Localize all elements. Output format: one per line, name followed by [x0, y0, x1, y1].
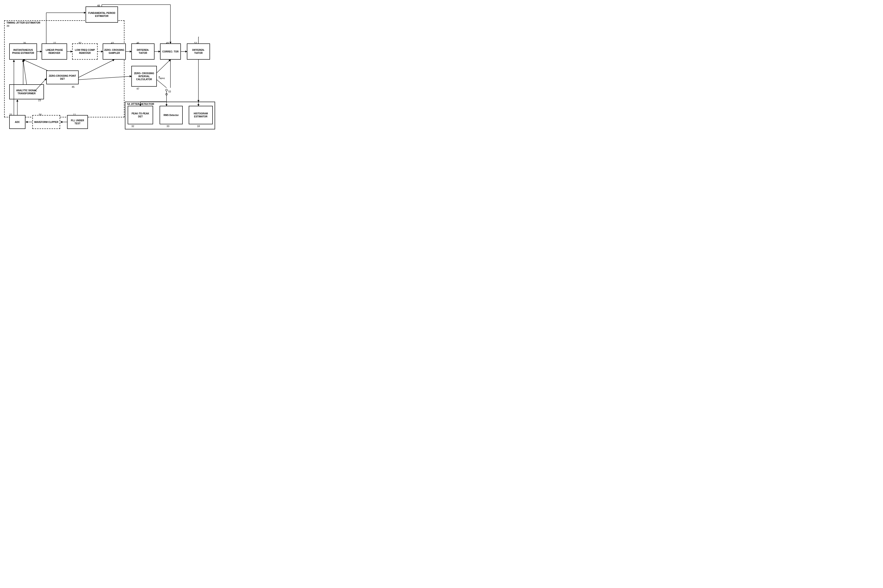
differentiator1-ref: 46	[137, 42, 139, 44]
zero-crossing-sampler-block: ZERO- CROSSING SAMPLER	[103, 44, 126, 60]
tkk1-label: Tk,k+1	[158, 76, 165, 80]
differentiator1-block: DIFFEREN- TIATOR	[131, 44, 155, 60]
instantaneous-phase-block: INSTANTANEOUS PHASE ESTIMATOR	[9, 44, 37, 60]
zero-crossing-point-label: ZERO-CROSSING POINT DET	[48, 74, 77, 80]
peak-to-peak-label: PEAK-TO-PEAK DET	[129, 112, 152, 118]
svg-line-14	[157, 60, 170, 73]
low-freq-label: LOW FREQ COMP REMOVER	[74, 48, 96, 54]
analytic-signal-label: ANALYTIC SIGNAL TRANSFORMER	[11, 89, 42, 95]
adc-block: ADC	[9, 115, 26, 129]
adc-label: ADC	[15, 121, 20, 124]
rms-detector-ref: 33	[167, 125, 169, 128]
pll-block: PLL UNDER TEST	[67, 115, 88, 129]
corrector-ref: 49	[166, 42, 169, 44]
fundamental-period-ref: 48	[97, 4, 100, 7]
waveform-clipper-ref: 56	[39, 113, 42, 116]
analytic-signal-ref: 23	[38, 99, 41, 102]
peak-to-peak-block: PEAK-TO-PEAK DET	[128, 106, 153, 124]
svg-text:53: 53	[168, 90, 171, 93]
differentiator2-ref: 52	[194, 42, 197, 44]
pll-ref: 11	[73, 113, 76, 116]
zero-crossing-point-ref: 45	[72, 86, 74, 88]
zero-crossing-interval-ref: 47	[137, 87, 139, 90]
diagram: TIMING JITTER ESTIMATOR 39 54 JITTER DET…	[0, 0, 220, 147]
histogram-label: HISTOGRAM ESTIMATOR	[190, 112, 211, 118]
low-freq-ref: 82	[79, 42, 81, 44]
svg-point-24	[165, 93, 167, 95]
timing-jitter-box	[4, 20, 125, 117]
zero-crossing-interval-label: ZERO- CROSSING INTERVAL CALCULATOR	[133, 72, 155, 81]
zero-crossing-interval-block: ZERO- CROSSING INTERVAL CALCULATOR	[131, 66, 157, 87]
zero-crossing-sampler-ref: 43	[111, 42, 114, 44]
linear-phase-ref: 27	[53, 42, 56, 44]
rms-detector-label: RMS Detector	[164, 114, 179, 117]
differentiator2-block: DIFFEREN- TIATOR	[187, 44, 210, 60]
rms-detector-block: RMS Detector	[159, 106, 183, 124]
linear-phase-label: LINEAR PHASE REMOVER	[43, 48, 66, 54]
timing-jitter-ref: 39	[6, 24, 9, 27]
adc-ref: 22	[9, 113, 12, 116]
svg-line-22	[157, 80, 167, 88]
corrector-block: CORREC- TOR	[160, 44, 181, 60]
fundamental-period-label: FUNDAMENTAL PERIOD ESTIMATOR	[87, 12, 117, 18]
jitter-detector-label: 54 JITTER DETECTOR	[127, 103, 154, 105]
waveform-clipper-label: WAVEFORM CLIPPER	[34, 121, 58, 124]
fundamental-period-block: FUNDAMENTAL PERIOD ESTIMATOR	[86, 6, 118, 22]
svg-point-23	[165, 89, 167, 91]
zero-crossing-point-block: ZERO-CROSSING POINT DET	[46, 70, 79, 84]
instantaneous-phase-ref: 26	[23, 42, 26, 44]
differentiator1-label: DIFFEREN- TIATOR	[133, 48, 153, 54]
corrector-label: CORREC- TOR	[162, 50, 179, 53]
pll-label: PLL UNDER TEST	[68, 119, 86, 125]
linear-phase-block: LINEAR PHASE REMOVER	[42, 44, 67, 60]
low-freq-block: LOW FREQ COMP REMOVER	[72, 44, 98, 60]
histogram-ref: 18	[197, 125, 200, 128]
differentiator2-label: DIFFEREN- TIATOR	[188, 48, 209, 54]
peak-to-peak-ref: 32	[131, 125, 134, 128]
zero-crossing-sampler-label: ZERO- CROSSING SAMPLER	[104, 48, 125, 54]
waveform-clipper-block: WAVEFORM CLIPPER	[32, 115, 60, 129]
histogram-block: HISTOGRAM ESTIMATOR	[189, 106, 213, 124]
instantaneous-phase-label: INSTANTANEOUS PHASE ESTIMATOR	[11, 48, 36, 54]
timing-jitter-label: TIMING JITTER ESTIMATOR	[6, 21, 40, 24]
analytic-signal-block: ANALYTIC SIGNAL TRANSFORMER	[9, 84, 44, 99]
